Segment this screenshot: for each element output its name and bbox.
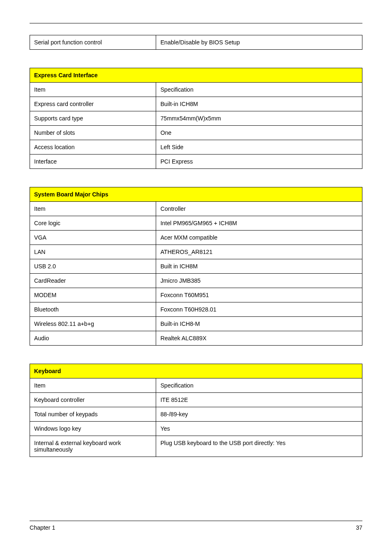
cell-item: Serial port function control xyxy=(30,35,156,50)
cell: Bluetooth xyxy=(30,302,156,317)
cell: Left Side xyxy=(156,140,362,155)
cell: Jmicro JMB385 xyxy=(156,274,362,288)
cell: Total number of keypads xyxy=(30,407,156,422)
section-header: System Board Major Chips xyxy=(30,187,362,202)
section-header: Express Card Interface xyxy=(30,68,362,83)
keyboard-table: Keyboard Item Specification Keyboard con… xyxy=(30,364,362,457)
table-row: BluetoothFoxconn T60H928.01 xyxy=(30,302,362,317)
cell: Windows logo key xyxy=(30,422,156,436)
top-rule xyxy=(30,23,362,23)
table-row: MODEMFoxconn T60M951 xyxy=(30,288,362,302)
serial-port-table: Serial port function control Enable/Disa… xyxy=(30,35,362,50)
section-header: Keyboard xyxy=(30,364,362,378)
column-header: Specification xyxy=(156,83,362,97)
cell: USB 2.0 xyxy=(30,259,156,274)
cell: CardReader xyxy=(30,274,156,288)
table-row: Access locationLeft Side xyxy=(30,140,362,155)
table-row: Serial port function control Enable/Disa… xyxy=(30,35,362,50)
column-header: Item xyxy=(30,378,156,393)
footer-right: 37 xyxy=(356,524,362,531)
column-header: Item xyxy=(30,83,156,97)
cell: Core logic xyxy=(30,216,156,231)
table-row: System Board Major Chips xyxy=(30,187,362,202)
table-row: Item Specification xyxy=(30,378,362,393)
table-row: Item Specification xyxy=(30,83,362,97)
cell: VGA xyxy=(30,231,156,245)
table-row: Internal & external keyboard work simult… xyxy=(30,436,362,457)
table-row: USB 2.0Built in ICH8M xyxy=(30,259,362,274)
cell: Express card controller xyxy=(30,97,156,111)
cell: MODEM xyxy=(30,288,156,302)
cell: LAN xyxy=(30,245,156,259)
cell: Internal & external keyboard work simult… xyxy=(30,436,156,457)
cell: Foxconn T60M951 xyxy=(156,288,362,302)
table-row: LANATHEROS_AR8121 xyxy=(30,245,362,259)
express-card-table: Express Card Interface Item Specificatio… xyxy=(30,68,362,169)
system-board-table: System Board Major Chips Item Controller… xyxy=(30,187,362,346)
cell: Built-in ICH8-M xyxy=(156,317,362,331)
page-footer: Chapter 1 37 xyxy=(30,521,362,531)
cell: Access location xyxy=(30,140,156,155)
table-row: Number of slotsOne xyxy=(30,126,362,140)
cell: Acer MXM compatible xyxy=(156,231,362,245)
table-row: VGAAcer MXM compatible xyxy=(30,231,362,245)
table-row: InterfacePCI Express xyxy=(30,155,362,169)
cell-spec: Enable/Disable by BIOS Setup xyxy=(156,35,362,50)
cell: Realtek ALC889X xyxy=(156,331,362,346)
cell: Yes xyxy=(156,422,362,436)
cell: Foxconn T60H928.01 xyxy=(156,302,362,317)
cell: 75mmx54mm(W)x5mm xyxy=(156,111,362,126)
table-row: Express Card Interface xyxy=(30,68,362,83)
cell: Audio xyxy=(30,331,156,346)
table-row: CardReaderJmicro JMB385 xyxy=(30,274,362,288)
column-header: Specification xyxy=(156,378,362,393)
column-header: Controller xyxy=(156,202,362,216)
cell: Supports card type xyxy=(30,111,156,126)
cell: Wireless 802.11 a+b+g xyxy=(30,317,156,331)
table-row: Total number of keypads88-/89-key xyxy=(30,407,362,422)
footer-rule xyxy=(30,521,362,521)
column-header: Item xyxy=(30,202,156,216)
cell: ATHEROS_AR8121 xyxy=(156,245,362,259)
table-row: Wireless 802.11 a+b+gBuilt-in ICH8-M xyxy=(30,317,362,331)
table-row: Supports card type75mmx54mm(W)x5mm xyxy=(30,111,362,126)
table-row: Item Controller xyxy=(30,202,362,216)
cell: Built-in ICH8M xyxy=(156,97,362,111)
cell: Number of slots xyxy=(30,126,156,140)
table-row: Keyboard xyxy=(30,364,362,378)
cell: 88-/89-key xyxy=(156,407,362,422)
cell: Interface xyxy=(30,155,156,169)
cell: ITE 8512E xyxy=(156,393,362,407)
cell: One xyxy=(156,126,362,140)
table-row: Windows logo keyYes xyxy=(30,422,362,436)
footer-left: Chapter 1 xyxy=(30,524,55,531)
cell: Keyboard controller xyxy=(30,393,156,407)
cell: Plug USB keyboard to the USB port direct… xyxy=(156,436,362,457)
cell: Intel PM965/GM965 + ICH8M xyxy=(156,216,362,231)
table-row: Express card controllerBuilt-in ICH8M xyxy=(30,97,362,111)
table-row: Core logicIntel PM965/GM965 + ICH8M xyxy=(30,216,362,231)
table-row: AudioRealtek ALC889X xyxy=(30,331,362,346)
cell: PCI Express xyxy=(156,155,362,169)
cell: Built in ICH8M xyxy=(156,259,362,274)
table-row: Keyboard controllerITE 8512E xyxy=(30,393,362,407)
